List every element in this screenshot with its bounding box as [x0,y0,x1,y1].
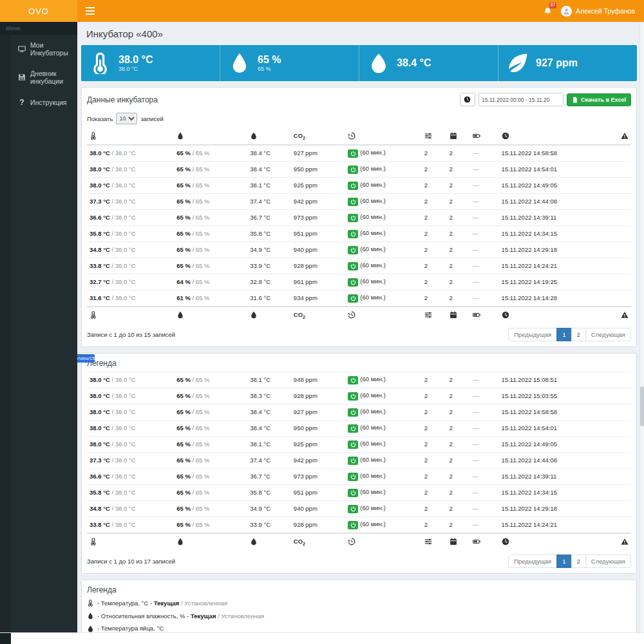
table-row: 34.8 °C / 38.0 °C 65 % / 65 % 34.9 °C 94… [87,500,631,516]
power-icon [350,474,356,480]
power-icon [350,263,356,269]
pagination-next-button[interactable]: Следующая [585,328,631,341]
turn-on-badge [348,440,358,449]
turn-on-badge [348,473,358,481]
table-row: 38.0 °C / 38.0 °C 65 % / 65 % 38.4 °C 92… [87,145,631,162]
scrollbar-thumb[interactable] [640,386,644,426]
records-summary: Записи с 1 до 10 из 15 записей [87,331,175,338]
drop-icon [176,132,184,140]
records-summary: Записи с 1 до 10 из 17 записей [87,558,175,565]
calendar-icon [450,311,457,319]
sidebar-section-header: Меню [0,22,77,35]
drop-icon [87,612,94,620]
stats-bar: 38.0 °C38.0 °C 65 %65 % 38.4 °C 927 ppm [81,45,637,81]
sidebar-item-instructions[interactable]: ? Инструкция [0,91,77,113]
warning-icon [621,132,629,140]
legend-item-temperature: - Температура, °C - Текущая / Установлен… [87,600,631,607]
turn-on-badge [348,521,358,529]
floppy-icon [18,73,26,81]
battery-icon [473,311,480,319]
rotate-icon [348,132,355,140]
excel-file-icon [572,97,578,103]
power-icon [350,393,356,399]
drop-icon [229,52,251,74]
table-row: 38.0 °C / 38.0 °C 65 % / 65 % 38.3 °C 92… [87,388,631,404]
turn-on-badge [348,230,358,238]
rotate-icon [348,538,355,545]
sidebar-item-incubation-diary[interactable]: Дневник инкубации [0,63,77,91]
status-url-tooltip: https://online.ovoincubator.ru/incubator… [77,354,95,363]
table-row: 34.8 °C / 38.0 °C 65 % / 65 % 34.9 °C 94… [87,242,631,258]
legend-item-humidity: - Относительная влажность, % - Текущая /… [87,612,631,620]
monitor-icon [18,45,26,53]
power-icon [350,458,356,464]
pagination-prev-button[interactable]: Предыдущая [508,554,557,568]
second-data-table: 38.0 °C / 38.0 °C 65 % / 65 % 38.1 °C 94… [87,372,631,550]
date-picker-button[interactable] [460,93,475,106]
leaf-icon [507,52,529,74]
second-data-panel: https://online.ovoincubator.ru/incubator… [81,353,637,574]
pagination-page-1[interactable]: 1 [556,328,571,341]
turn-on-badge [348,424,358,433]
pagination: Предыдущая 1 2 Следующая [509,554,631,568]
sidebar: Меню Мои Инкубаторы Дневник инкубации ? … [0,22,77,632]
turn-on-badge [348,489,358,497]
co2-column-header: CO2 [291,128,346,145]
power-icon [350,231,356,237]
turn-on-badge [348,294,358,303]
power-icon [350,247,356,253]
egg-icon [250,132,258,140]
page-size-select[interactable]: 10 [116,113,137,124]
panel-title: Легенда [87,359,631,368]
show-label: Показать [87,115,113,122]
turn-on-badge [348,392,358,401]
clock-icon [502,311,509,319]
turn-on-badge [348,262,358,270]
pagination-next-button[interactable]: Следующая [585,554,631,568]
date-range-input[interactable] [478,93,564,106]
clock-icon [502,538,509,545]
table-row: 38.0 °C / 38.0 °C 65 % / 65 % 38.4 °C 95… [87,420,631,436]
power-icon [350,506,356,512]
stat-egg-temperature: 38.4 °C [359,45,498,81]
download-excel-button[interactable]: Скачать в Excel [567,93,631,106]
battery-icon [473,132,480,140]
brand-logo[interactable]: OVO [0,0,77,22]
stat-temperature: 38.0 °C38.0 °C [81,45,220,81]
stat-co2: 927 ppm [498,45,637,81]
incubator-data-table: CO2 38.0 °C / 38.0 °C 65 % / 65 % 38.4 °… [87,128,631,323]
power-icon [350,490,356,496]
scrollbar-track[interactable] [639,22,644,632]
power-icon [350,279,356,285]
egg-icon [250,538,258,545]
page-title: Инкубатор «400» [86,28,637,39]
co2-column-header: CO2 [291,307,346,323]
power-icon [350,426,356,431]
sidebar-toggle-button[interactable] [77,0,103,22]
notifications-button[interactable]: 87 [544,5,552,17]
warning-icon [621,538,629,545]
thermometer-icon [90,52,111,74]
power-icon [350,442,356,448]
drop-icon [176,311,184,319]
warning-icon [621,311,629,319]
power-icon [350,151,356,156]
table-row: 38.0 °C / 38.0 °C 65 % / 65 % 38.4 °C 95… [87,161,631,177]
pagination-prev-button[interactable]: Предыдущая [508,328,557,341]
turn-on-badge [348,182,358,190]
thermometer-icon [90,538,97,545]
pagination-page-1[interactable]: 1 [556,554,571,568]
avatar [561,6,572,17]
egg-icon [368,52,390,74]
pagination-page-2[interactable]: 2 [571,554,586,568]
legend-item-egg-temperature: - Температура яйца, °C [87,625,631,632]
drop-icon [176,538,184,545]
pagination-page-2[interactable]: 2 [571,328,586,341]
turn-on-badge [348,149,358,158]
user-menu[interactable]: Алексей Труфанов [561,6,635,17]
bell-icon [544,7,552,15]
sidebar-item-my-incubators[interactable]: Мои Инкубаторы [0,35,77,63]
power-icon [350,183,356,189]
stat-humidity: 65 %65 % [220,45,359,81]
table-row: 38.0 °C / 38.0 °C 65 % / 65 % 38.1 °C 92… [87,436,631,452]
